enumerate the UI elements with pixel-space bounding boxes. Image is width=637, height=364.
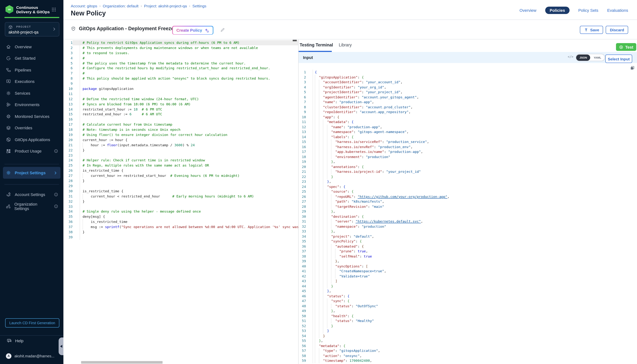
line-number: 6 (64, 66, 73, 71)
line-number: 1 (64, 40, 73, 45)
sidebar-item-account-settings[interactable]: Account Settings (0, 190, 64, 198)
sidebar-item-gitops-applications[interactable]: GitOps Applications (0, 134, 64, 145)
input-json-lines[interactable]: 1{2"gitopsApplication": {3"accountIdenti… (299, 70, 637, 363)
app: ∞ Continuous Delivery & GitOps PROJECT a… (0, 0, 637, 364)
code-line: 30"destination": { (299, 214, 637, 219)
pipelines-icon (6, 68, 11, 72)
line-number: 39 (64, 235, 73, 240)
project-selector[interactable]: PROJECT akshit-project-qa (5, 22, 59, 36)
monitored-services-icon (6, 114, 11, 119)
toggle-yaml[interactable]: YAML (590, 54, 604, 60)
code-line: 53} (299, 328, 637, 333)
line-number: 12 (64, 96, 73, 102)
code-line: 25# In Rego, multiple rules with the sam… (64, 163, 298, 168)
sidebar-collapse-handle[interactable] (59, 338, 64, 355)
code-line: 32} (64, 199, 298, 204)
save-button[interactable]: Save (580, 26, 603, 34)
tab-evaluations[interactable]: Evaluations (607, 8, 628, 12)
sidebar-item-project-settings[interactable]: Project Settings (3, 167, 61, 179)
select-input-button[interactable]: Select Input (605, 54, 632, 63)
breadcrumb-account[interactable]: Account: gitops (71, 4, 97, 8)
sidebar-item-overrides[interactable]: Overrides (0, 122, 64, 134)
line-number: 39 (299, 259, 306, 264)
sidebar-item-organization-settings[interactable]: Organization Settings (0, 202, 64, 210)
brand: ∞ Continuous Delivery & GitOps (6, 5, 50, 14)
code-line: 9"repoIdentifier": "account.app_reposito… (299, 110, 637, 114)
line-number: 5 (64, 60, 73, 66)
info-icon[interactable] (54, 204, 58, 208)
line-number: 37 (299, 249, 306, 254)
code-line: 31current_hour < restricted_end_hour # E… (64, 194, 298, 199)
code-line: 12# Define the restricted time window (2… (64, 96, 298, 102)
code-line: 13# Syncs are blocked from 18:00 (6 PM) … (64, 102, 298, 107)
code-line: 22} (299, 174, 637, 179)
user-menu[interactable]: A akshit.madan@harnes... (6, 353, 54, 359)
policy-code-lines: 1# Policy to restrict GitOps Application… (64, 40, 298, 240)
code-line: 50"health": { (299, 313, 637, 318)
format-toggle[interactable]: JSON YAML (576, 54, 605, 61)
code-line: 17# Calculate current hour from Unix tim… (64, 122, 298, 127)
edit-pencil-icon[interactable] (220, 28, 225, 32)
code-line: 27current_hour >= restricted_start_hour … (64, 173, 298, 178)
code-line: 35deny[msg] { (64, 214, 298, 220)
sidebar-item-overview[interactable]: Overview (0, 41, 64, 52)
app-switcher-icon[interactable] (52, 7, 56, 12)
line-number: 44 (299, 284, 306, 288)
sidebar-item-product-usage[interactable]: Product Usage (0, 145, 64, 157)
project-label: PROJECT (16, 26, 31, 28)
tab-overview[interactable]: Overview (520, 8, 536, 12)
info-icon[interactable] (54, 149, 58, 154)
line-number: 35 (299, 239, 306, 244)
breadcrumb-project[interactable]: Project: akshit-project-qa (144, 4, 187, 8)
code-line: 41"CreateNamespace=true", (299, 268, 637, 274)
code-line: 48"status": "OutOfSync" (299, 304, 637, 308)
code-line: 54} (299, 333, 637, 338)
code-line: 17"app.kubernetes.io/name": "production-… (299, 149, 637, 154)
product-usage-icon (6, 149, 11, 154)
sidebar-item-executions[interactable]: Executions (0, 76, 64, 87)
brand-title: Continuous Delivery & GitOps (16, 5, 50, 14)
line-number: 13 (64, 102, 73, 107)
vertical-scrollbar[interactable] (293, 40, 297, 41)
sidebar-item-pipelines[interactable]: Pipelines (0, 64, 64, 76)
policy-name-group: GitOps Application - Deployment Freeze (71, 26, 174, 31)
code-line: 14restricted_start_hour := 18 # 6 PM UTC (64, 107, 298, 112)
code-line: 43] (299, 278, 637, 284)
code-line: 23}, (299, 179, 637, 184)
launch-cd-first-gen-button[interactable]: Launch CD First Generation (5, 318, 59, 328)
line-number: 9 (299, 110, 306, 114)
policy-code-editor[interactable]: 1# Policy to restrict GitOps Application… (64, 40, 298, 364)
line-number: 26 (64, 168, 73, 173)
chevron-separator: › (141, 4, 142, 8)
tab-library[interactable]: Library (339, 43, 352, 47)
tab-policy-sets[interactable]: Policy Sets (578, 8, 598, 12)
horizontal-scrollbar[interactable] (81, 361, 163, 364)
sidebar-item-monitored-services[interactable]: Monitored Services (0, 110, 64, 122)
sidebar-item-services[interactable]: Services (0, 87, 64, 99)
line-number: 24 (299, 184, 306, 189)
code-icon[interactable]: </> (568, 55, 573, 58)
tab-testing-terminal[interactable]: Testing Terminal (300, 43, 333, 47)
code-line: 2"gitopsApplication": { (299, 74, 637, 80)
tab-policies[interactable]: Policies (545, 7, 569, 14)
get-started-icon (6, 56, 11, 61)
breadcrumb-settings[interactable]: Settings (192, 4, 206, 8)
code-line: 51"status": "Healthy" (299, 318, 637, 323)
test-button[interactable]: Test (616, 43, 636, 51)
breadcrumb-organization[interactable]: Organization: default (103, 4, 139, 8)
info-icon[interactable] (54, 192, 58, 197)
line-number: 15 (64, 112, 73, 117)
code-line: 15"harness.io/serviceRef": "production_s… (299, 139, 637, 144)
line-number: 29 (64, 184, 73, 189)
sidebar-item-get-started[interactable]: Get Started (0, 52, 64, 64)
toggle-json[interactable]: JSON (576, 54, 590, 60)
line-number: 8 (64, 76, 73, 81)
create-policy-button[interactable]: Create Policy (172, 26, 213, 35)
sidebar-item-environments[interactable]: Environments (0, 99, 64, 110)
code-line: 33 (64, 204, 298, 209)
code-line: 37"prune": true, (299, 249, 637, 254)
line-number: 20 (299, 164, 306, 169)
help-button[interactable]: Help (7, 338, 24, 343)
line-number: 26 (299, 194, 306, 199)
discard-button[interactable]: Discard (606, 26, 628, 34)
